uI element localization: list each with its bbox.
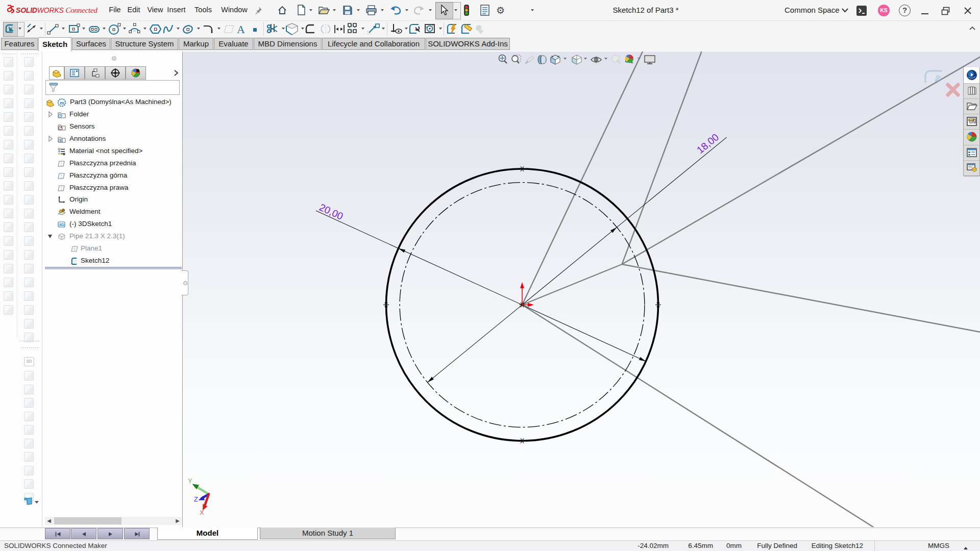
svg-text:X: X bbox=[200, 509, 204, 516]
svg-text:Y: Y bbox=[188, 477, 192, 485]
svg-text:18,00: 18,00 bbox=[695, 131, 721, 156]
svg-text:m: m bbox=[60, 99, 64, 105]
svg-text:A: A bbox=[60, 139, 62, 142]
svg-text:3D: 3D bbox=[59, 223, 64, 228]
svg-text:Z: Z bbox=[194, 495, 198, 503]
svg-text:20,00: 20,00 bbox=[317, 202, 345, 222]
